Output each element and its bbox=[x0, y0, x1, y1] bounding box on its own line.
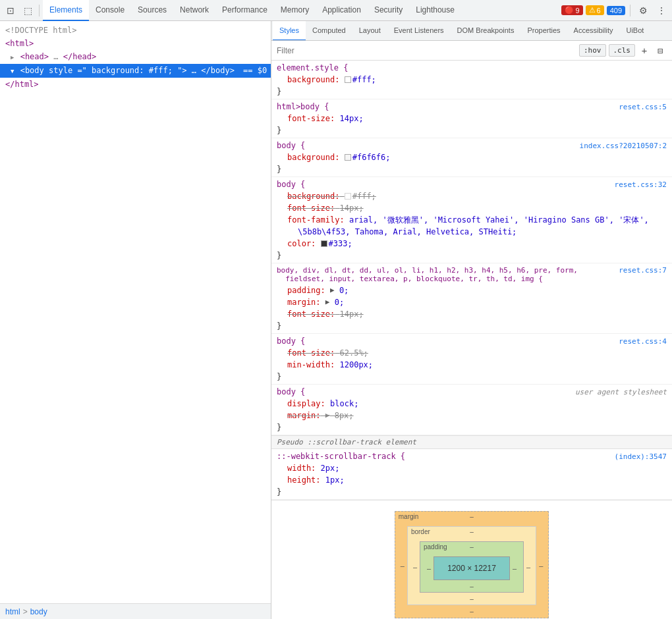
toolbar: ⊡ ⬚ Elements Console Sources Network Per… bbox=[0, 0, 672, 21]
toggle-panel-icon[interactable]: ⊟ bbox=[654, 44, 667, 57]
styles-panel: Styles Computed Layout Event Listeners D… bbox=[271, 21, 672, 619]
margin-box: margin – – border – – bbox=[395, 511, 549, 618]
css-selector: body { bbox=[277, 387, 305, 396]
tab-console[interactable]: Console bbox=[89, 0, 131, 21]
dom-line-html-open[interactable]: <html> bbox=[0, 37, 271, 50]
breadcrumb-body[interactable]: body bbox=[30, 607, 47, 616]
filter-bar: :hov .cls + ⊟ bbox=[271, 41, 672, 61]
border-right-dash: – bbox=[526, 563, 530, 571]
color-swatch[interactable] bbox=[345, 193, 351, 200]
margin-left-dash: – bbox=[401, 562, 405, 570]
filter-input[interactable] bbox=[277, 46, 576, 55]
error-badge[interactable]: 🔴 9 bbox=[561, 5, 582, 15]
pseudo-header: Pseudo ::scrollbar-track element bbox=[271, 435, 672, 449]
margin-label: margin bbox=[399, 513, 419, 520]
cursor-icon[interactable]: ⊡ bbox=[3, 3, 18, 18]
css-rule-element-style: element.style { background: #fff; } bbox=[271, 61, 672, 99]
info-badge[interactable]: 409 bbox=[607, 6, 625, 15]
css-selector: body, div, dl, dt, dd, ul, ol, li, h1, h… bbox=[277, 266, 578, 283]
warning-badge[interactable]: ⚠ 6 bbox=[586, 5, 604, 15]
css-rule-body-div: body, div, dl, dt, dd, ul, ol, li, h1, h… bbox=[271, 263, 672, 334]
tab-properties[interactable]: Properties bbox=[520, 21, 567, 41]
settings-icon[interactable]: ⚙ bbox=[635, 3, 651, 18]
tab-memory[interactable]: Memory bbox=[274, 0, 316, 21]
border-bottom-dash: – bbox=[408, 595, 536, 605]
margin-right-dash: – bbox=[539, 562, 543, 570]
css-rule-scrollbar: ::-webkit-scrollbar-track { (index):3547… bbox=[271, 449, 672, 500]
inspect-icon[interactable]: ⬚ bbox=[20, 3, 36, 18]
triangle-icon2: ▼ bbox=[11, 68, 14, 74]
tab-performance[interactable]: Performance bbox=[215, 0, 274, 21]
css-source[interactable]: (index):3547 bbox=[615, 452, 667, 461]
warning-icon: ⚠ bbox=[589, 6, 596, 14]
padding-bottom-dash: – bbox=[420, 583, 523, 592]
tab-security[interactable]: Security bbox=[368, 0, 409, 21]
color-swatch[interactable] bbox=[321, 240, 327, 247]
dom-line-html-close[interactable]: </html> bbox=[0, 78, 271, 91]
css-source[interactable]: reset.css:32 bbox=[615, 180, 667, 189]
content-size: 1200 × 12217 bbox=[447, 564, 496, 573]
padding-right-dash: – bbox=[513, 564, 517, 572]
css-property-margin: margin: ▶ 0; bbox=[277, 296, 667, 308]
tab-computed[interactable]: Computed bbox=[306, 21, 352, 41]
tab-application[interactable]: Application bbox=[316, 0, 368, 21]
css-selector: body { bbox=[277, 141, 305, 150]
add-style-icon[interactable]: + bbox=[638, 44, 651, 57]
toolbar-divider bbox=[39, 5, 40, 16]
css-property-margin-ua: margin: ▶ 8px; bbox=[277, 410, 667, 421]
box-model: margin – – border – – bbox=[395, 511, 549, 618]
color-swatch[interactable] bbox=[345, 154, 351, 161]
color-swatch[interactable] bbox=[345, 76, 351, 83]
border-box: border – – padding – – bbox=[407, 526, 536, 605]
tab-styles[interactable]: Styles bbox=[273, 21, 306, 41]
toolbar-divider2 bbox=[630, 5, 630, 16]
triangle-icon: ▶ bbox=[11, 54, 14, 61]
css-source[interactable]: reset.css:5 bbox=[619, 103, 667, 111]
dom-line-body[interactable]: ▼ <body style =" background: #fff; "> … … bbox=[0, 64, 271, 78]
border-label: border bbox=[411, 528, 430, 535]
css-property-background-strike: background: #fff; bbox=[277, 190, 667, 202]
css-property-width: width: 2px; bbox=[277, 462, 667, 474]
css-rule-html-body: html>body { reset.css:5 font-size: 14px;… bbox=[271, 99, 672, 138]
css-property-padding: padding: ▶ 0; bbox=[277, 284, 667, 296]
tab-layout[interactable]: Layout bbox=[352, 21, 387, 41]
warning-count: 6 bbox=[597, 7, 601, 14]
css-rule-body-useragent: body { user agent stylesheet display: bl… bbox=[271, 385, 672, 435]
padding-label: padding bbox=[424, 543, 447, 551]
dom-line-doctype[interactable]: <!DOCTYPE html> bbox=[0, 24, 271, 37]
tab-lighthouse[interactable]: Lighthouse bbox=[409, 0, 461, 21]
tab-event-listeners[interactable]: Event Listeners bbox=[387, 21, 451, 41]
css-rule-body-reset32: body { reset.css:32 background: #fff; fo… bbox=[271, 177, 672, 263]
css-property-fontsize: font-size: 14px; bbox=[277, 113, 667, 124]
margin-top-dash: – bbox=[470, 513, 474, 520]
tab-elements[interactable]: Elements bbox=[43, 0, 89, 21]
css-property-background: background: #fff; bbox=[277, 74, 667, 86]
css-source[interactable]: index.css?20210507:2 bbox=[580, 142, 667, 150]
css-source[interactable]: reset.css:4 bbox=[619, 337, 667, 346]
breadcrumb-html[interactable]: html bbox=[5, 607, 20, 616]
tab-accessibility[interactable]: Accessibility bbox=[567, 21, 620, 41]
tab-dom-breakpoints[interactable]: DOM Breakpoints bbox=[451, 21, 521, 41]
tab-uibot[interactable]: UiBot bbox=[619, 21, 650, 41]
css-property-minwidth: min-width: 1200px; bbox=[277, 359, 667, 371]
css-source[interactable]: reset.css:7 bbox=[619, 266, 667, 275]
css-property-fontsize62: font-size: 62.5%; bbox=[277, 347, 667, 359]
more-icon[interactable]: ⋮ bbox=[654, 3, 669, 18]
hov-button[interactable]: :hov bbox=[579, 44, 606, 57]
margin-bottom-dash: – bbox=[395, 608, 549, 618]
elements-content: <!DOCTYPE html> <html> ▶ <head> … </head… bbox=[0, 21, 271, 603]
dom-line-head[interactable]: ▶ <head> … </head> bbox=[0, 50, 271, 64]
border-top-dash: – bbox=[470, 528, 474, 535]
css-selector: body { bbox=[277, 180, 305, 189]
info-count: 409 bbox=[610, 7, 622, 14]
css-property-display: display: block; bbox=[277, 398, 667, 410]
tab-sources[interactable]: Sources bbox=[131, 0, 173, 21]
box-model-section: margin – – border – – bbox=[271, 500, 672, 619]
css-property-background: background: #f6f6f6; bbox=[277, 151, 667, 163]
css-source-ua: user agent stylesheet bbox=[575, 388, 667, 396]
tab-network[interactable]: Network bbox=[173, 0, 215, 21]
css-rule-body-index: body { index.css?20210507:2 background: … bbox=[271, 138, 672, 177]
cls-button[interactable]: .cls bbox=[609, 44, 636, 57]
main-tab-bar: Elements Console Sources Network Perform… bbox=[43, 0, 560, 21]
border-left-dash: – bbox=[413, 563, 417, 571]
